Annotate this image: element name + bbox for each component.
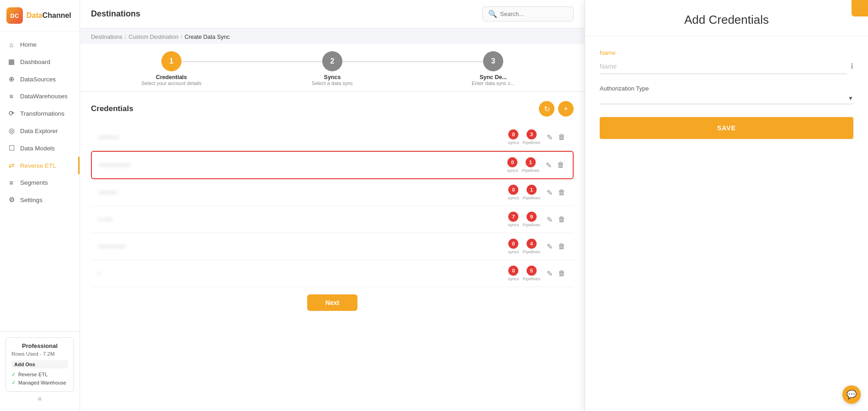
wizard-step-3: 3 Sync De... Enter data sync c...: [413, 51, 574, 86]
plan-title: Professional: [11, 342, 68, 349]
syncs-badge-5: 0 syncs: [508, 239, 519, 254]
check-icon-2: ✓: [11, 379, 16, 386]
credential-row-3[interactable]: ••••••••• 0 syncs 1 Pipelines ✎ 🗑: [91, 179, 574, 206]
content-area: Credentials ↻ + •••••••••• 0 syncs 3 Pip…: [80, 92, 585, 411]
auth-type-row: ▼: [600, 95, 853, 104]
row-actions-2: ✎ 🗑: [545, 160, 565, 171]
edit-button-5[interactable]: ✎: [546, 241, 554, 252]
sidebar-item-transformations[interactable]: ⟳ Transformations: [0, 105, 80, 122]
edit-button-4[interactable]: ✎: [546, 214, 554, 225]
reverse-etl-icon: ⇄: [7, 161, 16, 170]
chat-bubble[interactable]: 💬: [842, 385, 861, 404]
breadcrumb-sep-2: /: [181, 34, 182, 40]
addon-managed-warehouse: ✓ Managed Warehouse: [11, 379, 68, 387]
syncs-badge-1: 0 syncs: [508, 129, 519, 145]
sidebar-item-data-models[interactable]: ☐ Data Models: [0, 139, 80, 157]
syncs-count-6: 0: [508, 266, 518, 276]
step-label-3: Sync De...: [479, 74, 507, 80]
section-header: Credentials ↻ +: [91, 101, 574, 117]
next-btn-area: Next: [91, 287, 574, 315]
step-circle-1: 1: [161, 51, 181, 71]
transformations-icon: ⟳: [7, 109, 16, 117]
refresh-button[interactable]: ↻: [539, 101, 554, 117]
sidebar-item-reverse-etl[interactable]: ⇄ Reverse ETL: [0, 157, 80, 174]
sidebar-item-dashboard[interactable]: ▦ Dashboard: [0, 53, 80, 70]
delete-button-3[interactable]: 🗑: [557, 187, 566, 198]
row-actions-1: ✎ 🗑: [546, 132, 566, 143]
step-label-1: Credentials: [156, 74, 187, 80]
breadcrumb-custom-destination[interactable]: Custom Destination: [128, 34, 178, 40]
sidebar: DC DataChannel ⌂ Home ▦ Dashboard ⊕ Data…: [0, 0, 80, 411]
logo-text: DataChannel: [27, 11, 71, 20]
auth-type-select[interactable]: [600, 95, 848, 102]
search-icon: 🔍: [488, 10, 497, 18]
edit-button-3[interactable]: ✎: [546, 187, 554, 198]
credential-name-6: •: [98, 270, 508, 277]
search-box[interactable]: 🔍: [482, 6, 574, 21]
data-models-icon: ☐: [7, 144, 16, 152]
add-credentials-button[interactable]: +: [558, 101, 574, 117]
syncs-count-3: 0: [508, 185, 518, 195]
credential-name-1: ••••••••••: [98, 134, 508, 141]
next-button[interactable]: Next: [307, 294, 357, 311]
addons-label: Add Ons: [11, 360, 68, 368]
credential-name-2: •••••••••••••••: [99, 162, 507, 169]
delete-button-4[interactable]: 🗑: [557, 214, 566, 225]
credential-name-3: •••••••••: [98, 189, 508, 196]
credential-row-6[interactable]: • 0 syncs 5 Pipelines ✎ 🗑: [91, 260, 574, 287]
badge-group-3: 0 syncs 1 Pipelines: [508, 185, 540, 200]
collapse-button[interactable]: «: [5, 392, 74, 406]
credential-row-1[interactable]: •••••••••• 0 syncs 3 Pipelines ✎ 🗑: [91, 124, 574, 151]
name-field-label: Name: [600, 49, 853, 56]
delete-button-2[interactable]: 🗑: [556, 160, 565, 171]
segments-icon: ≡: [7, 179, 16, 187]
main-content: Destinations 🔍 Destinations / Custom Des…: [80, 0, 585, 411]
sidebar-item-settings[interactable]: ⚙ Settings: [0, 191, 80, 208]
syncs-badge-6: 0 syncs: [508, 266, 519, 281]
data-explorer-icon: ◎: [7, 127, 16, 135]
pipelines-count-1: 3: [527, 129, 537, 139]
pipelines-count-6: 5: [527, 266, 537, 276]
dashboard-icon: ▦: [7, 58, 16, 66]
page-title: Destinations: [91, 9, 140, 19]
pipelines-count-3: 1: [527, 185, 537, 195]
sidebar-item-data-explorer[interactable]: ◎ Data Explorer: [0, 122, 80, 139]
info-icon[interactable]: ℹ: [851, 62, 853, 74]
sidebar-item-segments[interactable]: ≡ Segments: [0, 174, 80, 191]
step-sublabel-3: Enter data sync c...: [472, 80, 515, 86]
badge-group-6: 0 syncs 5 Pipelines: [508, 266, 540, 281]
syncs-badge-3: 0 syncs: [508, 185, 519, 200]
delete-button-1[interactable]: 🗑: [557, 132, 566, 143]
sidebar-item-datawarehouses[interactable]: ≡ DataWarehouses: [0, 88, 80, 105]
row-actions-6: ✎ 🗑: [546, 268, 566, 279]
row-actions-3: ✎ 🗑: [546, 187, 566, 198]
plan-card: Professional Rows Used - 7.2M Add Ons ✓ …: [5, 337, 74, 392]
breadcrumb-current: Create Data Sync: [185, 34, 230, 40]
breadcrumb-sep-1: /: [125, 34, 126, 40]
edit-button-6[interactable]: ✎: [546, 268, 554, 279]
home-icon: ⌂: [7, 41, 16, 48]
pipelines-badge-4: 9 Pipelines: [522, 212, 540, 227]
name-input[interactable]: [600, 59, 847, 74]
row-actions-5: ✎ 🗑: [546, 241, 566, 252]
edit-button-2[interactable]: ✎: [545, 160, 553, 171]
sidebar-item-home[interactable]: ⌂ Home: [0, 36, 80, 53]
credential-row-2[interactable]: ••••••••••••••• 0 syncs 1 Pipelines ✎ 🗑: [91, 151, 574, 179]
credential-row-5[interactable]: ••••••••••••• 0 syncs 4 Pipelines ✎ 🗑: [91, 233, 574, 260]
delete-button-5[interactable]: 🗑: [557, 241, 566, 252]
search-input[interactable]: [500, 11, 568, 17]
sidebar-bottom: Professional Rows Used - 7.2M Add Ons ✓ …: [0, 331, 80, 411]
syncs-badge-2: 0 syncs: [507, 157, 518, 173]
edit-button-1[interactable]: ✎: [546, 132, 554, 143]
breadcrumb-destinations[interactable]: Destinations: [91, 34, 122, 40]
settings-icon: ⚙: [7, 196, 16, 204]
syncs-badge-4: 7 syncs: [508, 212, 519, 227]
credential-row-4[interactable]: •• •••• 7 syncs 9 Pipelines ✎ 🗑: [91, 206, 574, 233]
panel-header: Add Credentials: [585, 0, 868, 37]
syncs-count-5: 0: [508, 239, 518, 249]
sidebar-item-datasources[interactable]: ⊕ DataSources: [0, 70, 80, 88]
pipelines-badge-2: 1 Pipelines: [522, 157, 539, 173]
delete-button-6[interactable]: 🗑: [557, 268, 566, 279]
save-button[interactable]: SAVE: [600, 117, 853, 139]
credential-name-5: •••••••••••••: [98, 243, 508, 250]
